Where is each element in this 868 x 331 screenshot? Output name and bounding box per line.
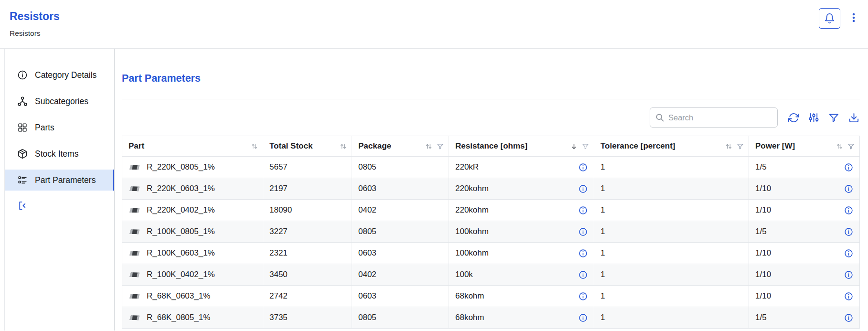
resistor-thumbnail	[129, 314, 140, 321]
tolerance-cell: 1	[594, 243, 749, 264]
resistance-info-icon[interactable]	[579, 206, 588, 215]
sort-icon[interactable]	[425, 143, 432, 150]
column-header[interactable]: Tolerance [percent]	[594, 136, 749, 157]
download-button[interactable]	[847, 111, 860, 124]
part-name: R_100K_0603_1%	[147, 248, 215, 258]
table-row[interactable]: R_220K_0603_1% 2197 0603 220kohm	[122, 178, 860, 200]
power-info-icon[interactable]	[844, 227, 853, 236]
power-info-icon[interactable]	[844, 270, 853, 279]
column-label: Power [W]	[755, 141, 795, 151]
package-cell: 0603	[352, 243, 449, 264]
column-label: Resistance [ohms]	[455, 141, 527, 151]
table-row[interactable]: R_100K_0402_1% 3450 0402 100k	[122, 264, 860, 286]
resistor-thumbnail	[129, 293, 140, 300]
power-info-icon[interactable]	[844, 184, 853, 193]
search-box	[650, 107, 778, 128]
resistance-info-icon[interactable]	[579, 292, 588, 301]
table-toolbar	[122, 107, 860, 128]
power-info-icon[interactable]	[844, 292, 853, 301]
power-info-icon[interactable]	[844, 249, 853, 258]
filter-icon	[828, 112, 839, 123]
search-input[interactable]	[650, 107, 778, 128]
tolerance-cell: 1	[594, 157, 749, 178]
package-cell: 0805	[352, 307, 449, 329]
part-name: R_220K_0805_1%	[147, 162, 215, 172]
sidebar-item[interactable]: Part Parameters	[5, 170, 114, 191]
sidebar-item[interactable]: Parts	[5, 117, 114, 138]
sidebar-item-list: Category Details Subcategories	[5, 64, 114, 191]
column-header[interactable]: Total Stock	[263, 136, 352, 157]
sidebar-item[interactable]: Subcategories	[5, 91, 114, 112]
total-stock-cell: 3735	[263, 307, 352, 329]
column-header[interactable]: Part	[122, 136, 263, 157]
sidebar-item-label: Subcategories	[35, 96, 88, 107]
notifications-button[interactable]	[819, 8, 840, 29]
column-header[interactable]: Resistance [ohms]	[449, 136, 594, 157]
table-row[interactable]: R_68K_0805_1% 3735 0805 68kohm	[122, 307, 860, 329]
part-parameters-table: Part	[122, 136, 860, 329]
power-value: 1/10	[755, 248, 771, 258]
package-cell: 0805	[352, 221, 449, 243]
resistance-info-icon[interactable]	[579, 249, 588, 258]
download-icon	[848, 112, 859, 123]
filter-button[interactable]	[827, 111, 840, 124]
column-filter-icon[interactable]	[437, 143, 444, 150]
power-info-icon[interactable]	[844, 206, 853, 215]
sidebar-item-label: Parts	[35, 123, 54, 133]
resistance-info-icon[interactable]	[579, 313, 588, 322]
table-row[interactable]: R_100K_0805_1% 3227 0805 100kohm	[122, 221, 860, 243]
resistance-value: 100kohm	[455, 248, 489, 258]
tolerance-cell: 1	[594, 286, 749, 307]
resistance-info-icon[interactable]	[579, 227, 588, 236]
part-name: R_68K_0805_1%	[147, 313, 210, 322]
page-title: Resistors	[0, 0, 868, 23]
search-icon	[655, 113, 664, 122]
page-header: Resistors Resistors	[0, 0, 868, 49]
total-stock-cell: 3227	[263, 221, 352, 243]
collapse-sidebar-button[interactable]	[17, 200, 28, 213]
column-header[interactable]: Power [W]	[749, 136, 860, 157]
resistance-info-icon[interactable]	[579, 184, 588, 193]
column-filter-icon[interactable]	[582, 143, 589, 150]
power-info-icon[interactable]	[844, 163, 853, 172]
total-stock-cell: 2197	[263, 178, 352, 200]
resistance-value: 68kohm	[455, 313, 484, 322]
power-value: 1/10	[755, 205, 771, 215]
sort-icon[interactable]	[251, 143, 258, 150]
sort-icon[interactable]	[725, 143, 732, 150]
power-value: 1/10	[755, 184, 771, 193]
part-name: R_100K_0402_1%	[147, 270, 215, 279]
resistor-thumbnail	[129, 250, 140, 257]
sidebar-item[interactable]: Stock Items	[5, 143, 114, 164]
table-header-row: Part	[122, 136, 860, 157]
sort-icon[interactable]	[836, 143, 843, 150]
table-row[interactable]: R_220K_0402_1% 18090 0402 220kohm	[122, 200, 860, 221]
resistance-info-icon[interactable]	[579, 270, 588, 279]
sort-icon[interactable]	[340, 143, 347, 150]
column-settings-button[interactable]	[807, 111, 820, 124]
sliders-icon	[808, 112, 819, 123]
list-details-icon	[17, 175, 28, 185]
column-header[interactable]: Package	[352, 136, 449, 157]
kebab-menu-button[interactable]	[847, 11, 860, 26]
power-info-icon[interactable]	[844, 313, 853, 322]
tolerance-cell: 1	[594, 200, 749, 221]
column-filter-icon[interactable]	[737, 143, 744, 150]
table-row[interactable]: R_220K_0805_1% 5657 0805 220kR	[122, 157, 860, 178]
section-title: Part Parameters	[122, 73, 860, 85]
column-label: Part	[129, 141, 144, 151]
tolerance-cell: 1	[594, 264, 749, 286]
column-filter-icon[interactable]	[847, 143, 855, 150]
sidebar-item[interactable]: Category Details	[5, 64, 114, 85]
table-row[interactable]: R_68K_0603_1% 2742 0603 68kohm	[122, 286, 860, 307]
table-body: R_220K_0805_1% 5657 0805 220kR	[122, 157, 860, 329]
resistance-info-icon[interactable]	[579, 163, 588, 172]
sort-descending-icon[interactable]	[570, 143, 578, 150]
resistor-thumbnail	[129, 185, 140, 192]
table-row[interactable]: R_100K_0603_1% 2321 0603 100kohm	[122, 243, 860, 264]
hierarchy-icon	[17, 96, 28, 107]
package-cell: 0603	[352, 178, 449, 200]
refresh-button[interactable]	[787, 111, 800, 124]
resistance-value: 68kohm	[455, 291, 484, 301]
breadcrumb[interactable]: Resistors	[10, 29, 41, 38]
